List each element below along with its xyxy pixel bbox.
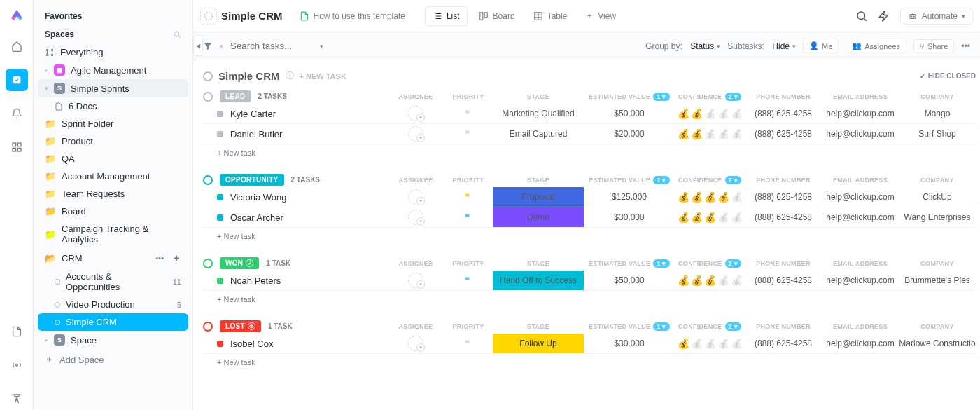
task-priority[interactable] xyxy=(444,276,493,285)
status-dot[interactable] xyxy=(217,214,223,221)
group-header-won[interactable]: WON ✓ 1 TASK ASSIGNEE PRIORITY STAGE EST… xyxy=(203,256,976,271)
sidebar-item-qa[interactable]: 📁QA xyxy=(38,150,188,168)
sidebar-item-board[interactable]: 📁Board xyxy=(38,203,188,220)
sidebar-item-accounts[interactable]: Accounts & Opportunities11 xyxy=(38,268,188,296)
col-company[interactable]: COMPANY xyxy=(899,322,976,331)
task-estval[interactable]: $125,000 xyxy=(584,192,675,202)
col-email[interactable]: EMAIL ADDRESS xyxy=(822,176,899,184)
status-pill[interactable]: WON ✓ xyxy=(220,257,259,269)
view-list[interactable]: List xyxy=(425,6,468,26)
task-row[interactable]: Victoria Wong Proposal $125,000 💰💰💰💰💰 (8… xyxy=(203,187,976,207)
collapse-group-icon[interactable] xyxy=(203,175,213,185)
sidebar-item-sprint-folder[interactable]: 📁Sprint Folder xyxy=(38,115,188,132)
collapse-group-icon[interactable] xyxy=(203,259,213,268)
notifications-icon[interactable] xyxy=(6,102,28,125)
task-row[interactable]: Kyle Carter Marketing Qualified $50,000 … xyxy=(203,104,976,124)
col-priority[interactable]: PRIORITY xyxy=(444,322,493,331)
status-dot[interactable] xyxy=(217,131,223,137)
filter-icon[interactable] xyxy=(203,41,213,51)
pulse-icon[interactable] xyxy=(6,354,28,376)
group-header-opportunity[interactable]: OPPORTUNITY 2 TASKS ASSIGNEE PRIORITY ST… xyxy=(203,172,976,187)
status-pill[interactable]: LEAD xyxy=(220,90,251,102)
favorites-section[interactable]: Favorites xyxy=(38,7,188,25)
assignee-placeholder-icon[interactable] xyxy=(408,189,424,205)
search-spaces-icon[interactable] xyxy=(173,30,181,39)
group-header-lost[interactable]: LOST ⊘ 1 TASK ASSIGNEE PRIORITY STAGE ES… xyxy=(203,319,976,334)
search-tasks[interactable]: ▾ xyxy=(230,41,323,51)
col-stage[interactable]: STAGE xyxy=(493,259,584,268)
assignee-placeholder-icon[interactable] xyxy=(408,336,424,351)
col-stage[interactable]: STAGE xyxy=(493,322,584,331)
task-company[interactable]: Wang Enterprises xyxy=(899,212,976,222)
task-stage[interactable]: Demo xyxy=(493,207,584,227)
task-confidence[interactable]: 💰💰💰💰💰 xyxy=(675,191,745,203)
search-input[interactable] xyxy=(230,41,314,51)
add-icon[interactable]: ＋ xyxy=(172,252,181,264)
task-confidence[interactable]: 💰💰💰💰💰 xyxy=(675,212,745,223)
task-estval[interactable]: $50,000 xyxy=(584,275,675,285)
col-stage[interactable]: STAGE xyxy=(493,176,584,184)
sidebar-item-account-mgmt[interactable]: 📁Account Management xyxy=(38,168,188,185)
col-estval[interactable]: ESTIMATED VALUE 1 ▾ xyxy=(584,93,675,101)
collapse-sidebar-button[interactable]: ◀ xyxy=(193,35,203,56)
task-assignee[interactable] xyxy=(388,336,444,351)
col-assignee[interactable]: ASSIGNEE xyxy=(388,93,444,101)
col-conf[interactable]: CONFIDENCE 2 ▾ xyxy=(675,176,745,184)
tasks-icon[interactable] xyxy=(6,69,28,91)
col-conf[interactable]: CONFIDENCE 2 ▾ xyxy=(675,322,745,331)
apps-icon[interactable] xyxy=(6,136,28,158)
collapse-group-icon[interactable] xyxy=(203,322,213,332)
task-phone[interactable]: (888) 625-4258 xyxy=(745,109,822,118)
task-company[interactable]: Surf Shop xyxy=(899,129,976,139)
task-name[interactable]: Victoria Wong xyxy=(230,192,286,203)
search-icon[interactable] xyxy=(855,10,868,22)
col-conf[interactable]: CONFIDENCE 2 ▾ xyxy=(675,259,745,268)
assignee-placeholder-icon[interactable] xyxy=(408,106,424,121)
goals-icon[interactable] xyxy=(6,388,28,410)
docs-icon[interactable] xyxy=(6,320,28,343)
task-estval[interactable]: $30,000 xyxy=(584,339,675,348)
task-name[interactable]: Isobel Cox xyxy=(230,339,273,349)
task-name[interactable]: Oscar Archer xyxy=(230,212,284,223)
task-company[interactable]: Mango xyxy=(899,109,976,118)
col-priority[interactable]: PRIORITY xyxy=(444,93,493,101)
add-view-button[interactable]: ＋View xyxy=(578,6,623,26)
col-email[interactable]: EMAIL ADDRESS xyxy=(822,259,899,268)
home-icon[interactable] xyxy=(6,35,28,57)
col-email[interactable]: EMAIL ADDRESS xyxy=(822,93,899,101)
assignee-placeholder-icon[interactable] xyxy=(408,126,424,142)
task-confidence[interactable]: 💰💰💰💰💰 xyxy=(675,275,745,286)
task-stage[interactable]: Email Captured xyxy=(493,124,584,144)
col-priority[interactable]: PRIORITY xyxy=(444,259,493,268)
task-assignee[interactable] xyxy=(388,273,444,288)
col-priority[interactable]: PRIORITY xyxy=(444,176,493,184)
task-priority[interactable] xyxy=(444,193,493,201)
col-phone[interactable]: PHONE NUMBER xyxy=(745,259,822,268)
template-doc-link[interactable]: How to use this template xyxy=(294,8,411,24)
sidebar-item-everything[interactable]: Everything xyxy=(38,43,188,61)
list-status-icon[interactable] xyxy=(203,71,213,81)
assignees-filter[interactable]: 👥Assignees xyxy=(846,39,906,53)
task-stage[interactable]: Hand Off to Success xyxy=(493,271,584,290)
col-assignee[interactable]: ASSIGNEE xyxy=(388,259,444,268)
me-filter[interactable]: 👤Me xyxy=(803,39,839,53)
group-header-lead[interactable]: LEAD 2 TASKS ASSIGNEE PRIORITY STAGE EST… xyxy=(203,89,976,104)
task-priority[interactable] xyxy=(444,109,493,118)
task-company[interactable]: Brummette's Pies xyxy=(899,275,976,285)
view-table[interactable]: Table xyxy=(526,7,575,25)
status-dot[interactable] xyxy=(217,111,223,117)
task-phone[interactable]: (888) 625-4258 xyxy=(745,129,822,139)
task-stage[interactable]: Proposal xyxy=(493,187,584,207)
task-email[interactable]: help@clickup.com xyxy=(822,275,899,285)
sidebar-item-campaign[interactable]: 📁Campaign Tracking & Analytics xyxy=(38,220,188,248)
sidebar-item-team-requests[interactable]: 📁Team Requests xyxy=(38,185,188,203)
assignee-placeholder-icon[interactable] xyxy=(408,273,424,288)
task-phone[interactable]: (888) 625-4258 xyxy=(745,192,822,202)
task-company[interactable]: Marlowe Constructio xyxy=(899,339,976,348)
new-task-row[interactable]: + New task xyxy=(203,228,976,240)
task-email[interactable]: help@clickup.com xyxy=(822,109,899,118)
new-task-row[interactable]: + New task xyxy=(203,354,976,367)
col-assignee[interactable]: ASSIGNEE xyxy=(388,176,444,184)
task-stage[interactable]: Follow Up xyxy=(493,334,584,353)
col-company[interactable]: COMPANY xyxy=(899,259,976,268)
